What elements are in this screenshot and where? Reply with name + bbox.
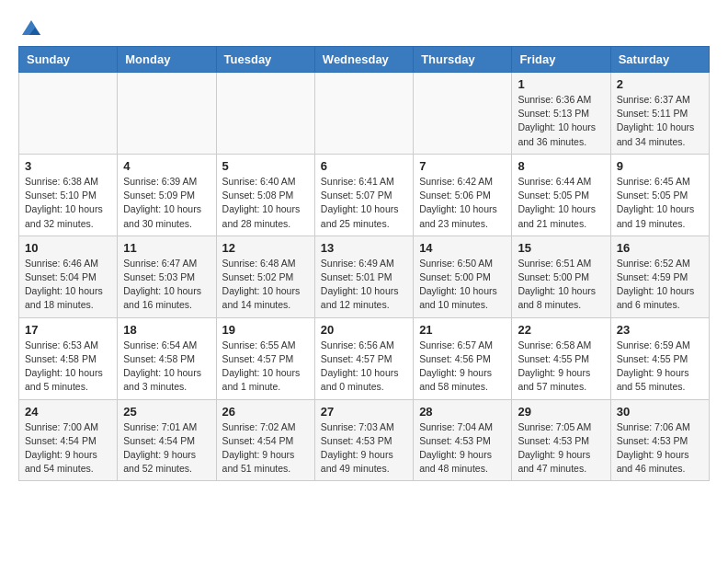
weekday-header: Saturday bbox=[610, 47, 709, 73]
calendar-week-row: 10Sunrise: 6:46 AM Sunset: 5:04 PM Dayli… bbox=[19, 236, 710, 317]
calendar-cell: 2Sunrise: 6:37 AM Sunset: 5:11 PM Daylig… bbox=[610, 73, 709, 155]
logo bbox=[18, 18, 42, 37]
day-number: 21 bbox=[419, 323, 506, 337]
day-info: Sunrise: 7:00 AM Sunset: 4:54 PM Dayligh… bbox=[25, 420, 111, 477]
day-number: 13 bbox=[321, 241, 407, 255]
calendar-week-row: 3Sunrise: 6:38 AM Sunset: 5:10 PM Daylig… bbox=[19, 154, 710, 236]
calendar-cell bbox=[414, 73, 512, 155]
day-number: 25 bbox=[123, 405, 210, 419]
calendar-cell: 28Sunrise: 7:04 AM Sunset: 4:53 PM Dayli… bbox=[414, 399, 512, 481]
day-info: Sunrise: 6:56 AM Sunset: 4:57 PM Dayligh… bbox=[321, 339, 407, 395]
calendar-cell: 8Sunrise: 6:44 AM Sunset: 5:05 PM Daylig… bbox=[512, 154, 610, 236]
day-number: 14 bbox=[419, 241, 506, 255]
day-number: 15 bbox=[518, 241, 604, 255]
day-number: 4 bbox=[123, 159, 210, 173]
day-info: Sunrise: 6:41 AM Sunset: 5:07 PM Dayligh… bbox=[321, 175, 407, 231]
calendar-cell bbox=[19, 73, 118, 155]
logo-icon bbox=[20, 18, 42, 40]
day-number: 16 bbox=[617, 241, 703, 255]
calendar-cell: 9Sunrise: 6:45 AM Sunset: 5:05 PM Daylig… bbox=[610, 154, 709, 236]
weekday-header: Friday bbox=[512, 47, 610, 73]
calendar-table: SundayMondayTuesdayWednesdayThursdayFrid… bbox=[18, 46, 710, 481]
calendar-cell: 20Sunrise: 6:56 AM Sunset: 4:57 PM Dayli… bbox=[314, 317, 413, 399]
calendar-cell: 29Sunrise: 7:05 AM Sunset: 4:53 PM Dayli… bbox=[512, 399, 610, 481]
calendar-cell: 7Sunrise: 6:42 AM Sunset: 5:06 PM Daylig… bbox=[414, 154, 512, 236]
calendar-cell: 13Sunrise: 6:49 AM Sunset: 5:01 PM Dayli… bbox=[314, 236, 413, 317]
day-info: Sunrise: 6:47 AM Sunset: 5:03 PM Dayligh… bbox=[123, 257, 210, 313]
day-number: 17 bbox=[25, 323, 111, 337]
calendar-cell: 27Sunrise: 7:03 AM Sunset: 4:53 PM Dayli… bbox=[314, 399, 413, 481]
calendar-cell: 14Sunrise: 6:50 AM Sunset: 5:00 PM Dayli… bbox=[414, 236, 512, 317]
day-number: 22 bbox=[518, 323, 604, 337]
day-info: Sunrise: 7:02 AM Sunset: 4:54 PM Dayligh… bbox=[222, 420, 309, 477]
weekday-header: Thursday bbox=[414, 47, 512, 73]
day-number: 2 bbox=[617, 77, 703, 91]
day-info: Sunrise: 6:44 AM Sunset: 5:05 PM Dayligh… bbox=[518, 175, 604, 231]
calendar-cell: 10Sunrise: 6:46 AM Sunset: 5:04 PM Dayli… bbox=[19, 236, 118, 317]
day-info: Sunrise: 6:48 AM Sunset: 5:02 PM Dayligh… bbox=[222, 257, 309, 313]
day-number: 8 bbox=[518, 159, 604, 173]
calendar-cell: 21Sunrise: 6:57 AM Sunset: 4:56 PM Dayli… bbox=[414, 317, 512, 399]
day-number: 19 bbox=[222, 323, 309, 337]
day-info: Sunrise: 7:03 AM Sunset: 4:53 PM Dayligh… bbox=[321, 420, 407, 477]
day-info: Sunrise: 6:39 AM Sunset: 5:09 PM Dayligh… bbox=[123, 175, 210, 231]
day-info: Sunrise: 7:01 AM Sunset: 4:54 PM Dayligh… bbox=[123, 420, 210, 477]
day-number: 26 bbox=[222, 405, 309, 419]
day-info: Sunrise: 6:57 AM Sunset: 4:56 PM Dayligh… bbox=[419, 339, 506, 395]
calendar-cell: 30Sunrise: 7:06 AM Sunset: 4:53 PM Dayli… bbox=[610, 399, 709, 481]
day-info: Sunrise: 6:50 AM Sunset: 5:00 PM Dayligh… bbox=[419, 257, 506, 313]
day-info: Sunrise: 6:54 AM Sunset: 4:58 PM Dayligh… bbox=[123, 339, 210, 395]
day-info: Sunrise: 6:36 AM Sunset: 5:13 PM Dayligh… bbox=[518, 93, 604, 149]
day-number: 23 bbox=[617, 323, 703, 337]
day-info: Sunrise: 6:53 AM Sunset: 4:58 PM Dayligh… bbox=[25, 339, 111, 395]
calendar-cell: 17Sunrise: 6:53 AM Sunset: 4:58 PM Dayli… bbox=[19, 317, 118, 399]
day-number: 12 bbox=[222, 241, 309, 255]
day-number: 11 bbox=[123, 241, 210, 255]
page-header bbox=[18, 18, 710, 37]
day-number: 29 bbox=[518, 405, 604, 419]
day-number: 18 bbox=[123, 323, 210, 337]
calendar-cell: 3Sunrise: 6:38 AM Sunset: 5:10 PM Daylig… bbox=[19, 154, 118, 236]
day-number: 3 bbox=[25, 159, 111, 173]
day-info: Sunrise: 6:59 AM Sunset: 4:55 PM Dayligh… bbox=[617, 339, 703, 395]
calendar-cell: 23Sunrise: 6:59 AM Sunset: 4:55 PM Dayli… bbox=[610, 317, 709, 399]
day-number: 9 bbox=[617, 159, 703, 173]
day-number: 20 bbox=[321, 323, 407, 337]
day-info: Sunrise: 6:52 AM Sunset: 4:59 PM Dayligh… bbox=[617, 257, 703, 313]
calendar-week-row: 24Sunrise: 7:00 AM Sunset: 4:54 PM Dayli… bbox=[19, 399, 710, 481]
weekday-header: Tuesday bbox=[216, 47, 314, 73]
calendar-cell: 15Sunrise: 6:51 AM Sunset: 5:00 PM Dayli… bbox=[512, 236, 610, 317]
calendar-cell: 24Sunrise: 7:00 AM Sunset: 4:54 PM Dayli… bbox=[19, 399, 118, 481]
day-number: 24 bbox=[25, 405, 111, 419]
day-info: Sunrise: 6:46 AM Sunset: 5:04 PM Dayligh… bbox=[25, 257, 111, 313]
day-info: Sunrise: 6:38 AM Sunset: 5:10 PM Dayligh… bbox=[25, 175, 111, 231]
calendar-cell: 6Sunrise: 6:41 AM Sunset: 5:07 PM Daylig… bbox=[314, 154, 413, 236]
weekday-header: Wednesday bbox=[314, 47, 413, 73]
calendar-cell: 4Sunrise: 6:39 AM Sunset: 5:09 PM Daylig… bbox=[118, 154, 216, 236]
day-number: 27 bbox=[321, 405, 407, 419]
day-number: 1 bbox=[518, 77, 604, 91]
calendar-week-row: 17Sunrise: 6:53 AM Sunset: 4:58 PM Dayli… bbox=[19, 317, 710, 399]
calendar-cell: 12Sunrise: 6:48 AM Sunset: 5:02 PM Dayli… bbox=[216, 236, 314, 317]
day-number: 10 bbox=[25, 241, 111, 255]
calendar-cell bbox=[118, 73, 216, 155]
day-info: Sunrise: 6:51 AM Sunset: 5:00 PM Dayligh… bbox=[518, 257, 604, 313]
day-info: Sunrise: 7:06 AM Sunset: 4:53 PM Dayligh… bbox=[617, 420, 703, 477]
weekday-header: Monday bbox=[118, 47, 216, 73]
day-info: Sunrise: 6:45 AM Sunset: 5:05 PM Dayligh… bbox=[617, 175, 703, 231]
calendar-cell: 25Sunrise: 7:01 AM Sunset: 4:54 PM Dayli… bbox=[118, 399, 216, 481]
day-number: 28 bbox=[419, 405, 506, 419]
calendar-cell: 18Sunrise: 6:54 AM Sunset: 4:58 PM Dayli… bbox=[118, 317, 216, 399]
day-info: Sunrise: 7:04 AM Sunset: 4:53 PM Dayligh… bbox=[419, 420, 506, 477]
day-info: Sunrise: 7:05 AM Sunset: 4:53 PM Dayligh… bbox=[518, 420, 604, 477]
calendar-cell: 26Sunrise: 7:02 AM Sunset: 4:54 PM Dayli… bbox=[216, 399, 314, 481]
day-number: 5 bbox=[222, 159, 309, 173]
calendar-cell bbox=[216, 73, 314, 155]
calendar-cell: 5Sunrise: 6:40 AM Sunset: 5:08 PM Daylig… bbox=[216, 154, 314, 236]
calendar-cell: 1Sunrise: 6:36 AM Sunset: 5:13 PM Daylig… bbox=[512, 73, 610, 155]
day-info: Sunrise: 6:55 AM Sunset: 4:57 PM Dayligh… bbox=[222, 339, 309, 395]
calendar-cell: 22Sunrise: 6:58 AM Sunset: 4:55 PM Dayli… bbox=[512, 317, 610, 399]
weekday-header: Sunday bbox=[19, 47, 118, 73]
day-number: 30 bbox=[617, 405, 703, 419]
day-info: Sunrise: 6:58 AM Sunset: 4:55 PM Dayligh… bbox=[518, 339, 604, 395]
